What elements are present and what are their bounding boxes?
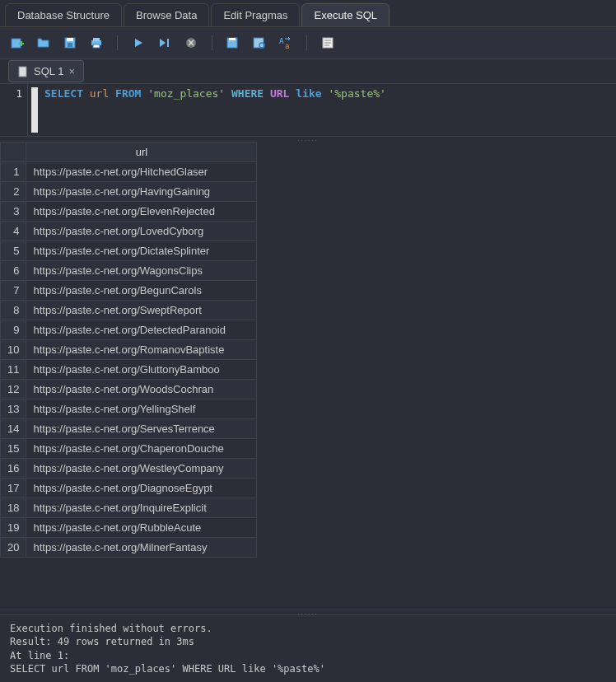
cell-url[interactable]: https://paste.c-net.org/LovedCyborg — [26, 222, 257, 241]
tab-execute-sql[interactable]: Execute SQL — [301, 3, 390, 26]
cell-url[interactable]: https://paste.c-net.org/SweptReport — [26, 301, 257, 320]
find-button[interactable] — [250, 34, 268, 52]
cell-url[interactable]: https://paste.c-net.org/ChaperonDouche — [26, 439, 257, 459]
column-header-url[interactable]: url — [26, 142, 257, 162]
cell-url[interactable]: https://paste.c-net.org/YellingShelf — [26, 399, 257, 419]
save-results-button[interactable] — [224, 34, 242, 52]
line-gutter: 1 — [0, 84, 28, 136]
sql-file-tab-label: SQL 1 — [34, 65, 63, 77]
row-number: 13 — [1, 399, 26, 419]
toolbar-separator — [306, 35, 307, 50]
tab-browse-data[interactable]: Browse Data — [124, 3, 209, 26]
table-row[interactable]: 10https://paste.c-net.org/RomanovBaptist… — [1, 340, 257, 360]
cell-url[interactable]: https://paste.c-net.org/DictateSplinter — [26, 241, 257, 261]
sql-editor: 1 SELECT url FROM 'moz_places' WHERE URL… — [0, 84, 616, 137]
svg-rect-8 — [93, 44, 100, 48]
table-row[interactable]: 2https://paste.c-net.org/HavingGaining — [1, 182, 257, 202]
main-tabs: Database Structure Browse Data Edit Prag… — [0, 0, 616, 26]
row-number: 20 — [1, 538, 26, 558]
table-row[interactable]: 17https://paste.c-net.org/DiagnoseEgypt — [1, 479, 257, 498]
table-row[interactable]: 15https://paste.c-net.org/ChaperonDouche — [1, 439, 257, 459]
table-row[interactable]: 16https://paste.c-net.org/WestleyCompany — [1, 459, 257, 479]
table-row[interactable]: 11https://paste.c-net.org/GluttonyBamboo — [1, 360, 257, 380]
svg-marker-10 — [160, 39, 166, 47]
run-line-button[interactable] — [156, 34, 174, 52]
cell-url[interactable]: https://paste.c-net.org/BegunCarols — [26, 281, 257, 301]
table-row[interactable]: 13https://paste.c-net.org/YellingShelf — [1, 399, 257, 419]
table-row[interactable]: 8https://paste.c-net.org/SweptReport — [1, 301, 257, 320]
cell-url[interactable]: https://paste.c-net.org/WoodsCochran — [26, 380, 257, 399]
table-row[interactable]: 4https://paste.c-net.org/LovedCyborg — [1, 222, 257, 241]
table-row[interactable]: 12https://paste.c-net.org/WoodsCochran — [1, 380, 257, 399]
cell-url[interactable]: https://paste.c-net.org/WagonsClips — [26, 261, 257, 281]
file-tabs: SQL 1 × — [0, 59, 616, 84]
cell-url[interactable]: https://paste.c-net.org/ElevenRejected — [26, 202, 257, 222]
table-row[interactable]: 19https://paste.c-net.org/RubbleAcute — [1, 518, 257, 538]
table-row[interactable]: 20https://paste.c-net.org/MilnerFantasy — [1, 538, 257, 558]
cell-url[interactable]: https://paste.c-net.org/RomanovBaptiste — [26, 340, 257, 360]
status-output[interactable]: Execution finished without errors. Resul… — [0, 614, 616, 682]
run-button[interactable] — [129, 34, 147, 52]
row-number: 14 — [1, 419, 26, 439]
toolbar-separator — [117, 35, 118, 50]
cell-url[interactable]: https://paste.c-net.org/InquireExplicit — [26, 498, 257, 518]
cell-url[interactable]: https://paste.c-net.org/MilnerFantasy — [26, 538, 257, 558]
open-file-button[interactable] — [35, 34, 53, 52]
svg-text:A: A — [279, 37, 284, 45]
svg-rect-14 — [229, 38, 236, 40]
row-number: 16 — [1, 459, 26, 479]
row-number: 12 — [1, 380, 26, 399]
cell-url[interactable]: https://paste.c-net.org/DetectedParanoid — [26, 320, 257, 340]
svg-rect-23 — [19, 67, 26, 77]
cell-url[interactable]: https://paste.c-net.org/GluttonyBamboo — [26, 360, 257, 380]
table-row[interactable]: 6https://paste.c-net.org/WagonsClips — [1, 261, 257, 281]
print-button[interactable] — [87, 34, 105, 52]
table-row[interactable]: 18https://paste.c-net.org/InquireExplici… — [1, 498, 257, 518]
row-number: 7 — [1, 281, 26, 301]
sql-code-input[interactable]: SELECT url FROM 'moz_places' WHERE URL l… — [28, 84, 616, 136]
stop-button[interactable] — [182, 34, 200, 52]
cell-url[interactable]: https://paste.c-net.org/HitchedGlaser — [26, 162, 257, 182]
toolbar-separator — [212, 35, 212, 50]
explain-button[interactable] — [319, 34, 337, 52]
new-tab-button[interactable] — [8, 34, 26, 52]
cell-url[interactable]: https://paste.c-net.org/DiagnoseEgypt — [26, 479, 257, 498]
cell-url[interactable]: https://paste.c-net.org/RubbleAcute — [26, 518, 257, 538]
close-icon[interactable]: × — [68, 65, 75, 77]
sql-toolbar: Aa — [0, 26, 616, 59]
sql-file-tab[interactable]: SQL 1 × — [8, 60, 84, 82]
tab-edit-pragmas[interactable]: Edit Pragmas — [211, 3, 300, 26]
row-number: 2 — [1, 182, 26, 202]
table-row[interactable]: 7https://paste.c-net.org/BegunCarols — [1, 281, 257, 301]
text-cursor — [31, 87, 38, 133]
cell-url[interactable]: https://paste.c-net.org/WestleyCompany — [26, 459, 257, 479]
sql-line: SELECT url FROM 'moz_places' WHERE URL l… — [44, 87, 611, 100]
save-button[interactable] — [61, 34, 79, 52]
table-row[interactable]: 3https://paste.c-net.org/ElevenRejected — [1, 202, 257, 222]
row-number: 10 — [1, 340, 26, 360]
svg-rect-5 — [68, 43, 72, 47]
results-table: url 1https://paste.c-net.org/HitchedGlas… — [0, 142, 257, 558]
row-number: 17 — [1, 479, 26, 498]
svg-rect-4 — [67, 38, 73, 41]
find-replace-button[interactable]: Aa — [277, 34, 295, 52]
table-row[interactable]: 5https://paste.c-net.org/DictateSplinter — [1, 241, 257, 261]
cell-url[interactable]: https://paste.c-net.org/HavingGaining — [26, 182, 257, 202]
svg-text:a: a — [285, 42, 289, 50]
tab-database-structure[interactable]: Database Structure — [5, 3, 122, 26]
row-number: 15 — [1, 439, 26, 459]
rownum-header[interactable] — [1, 142, 26, 162]
file-icon — [17, 66, 29, 77]
results-pane: url 1https://paste.c-net.org/HitchedGlas… — [0, 142, 616, 610]
row-number: 4 — [1, 222, 26, 241]
row-number: 8 — [1, 301, 26, 320]
table-row[interactable]: 9https://paste.c-net.org/DetectedParanoi… — [1, 320, 257, 340]
table-row[interactable]: 14https://paste.c-net.org/ServesTerrence — [1, 419, 257, 439]
row-number: 9 — [1, 320, 26, 340]
row-number: 3 — [1, 202, 26, 222]
row-number: 1 — [1, 162, 26, 182]
svg-rect-7 — [93, 38, 100, 41]
cell-url[interactable]: https://paste.c-net.org/ServesTerrence — [26, 419, 257, 439]
svg-marker-9 — [135, 39, 142, 47]
table-row[interactable]: 1https://paste.c-net.org/HitchedGlaser — [1, 162, 257, 182]
